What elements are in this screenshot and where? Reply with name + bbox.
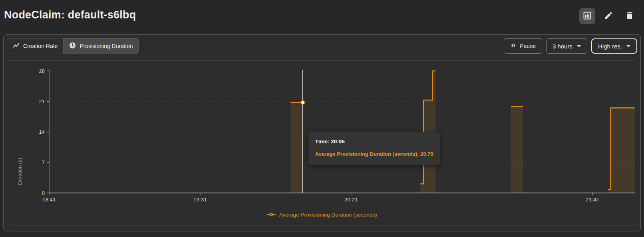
time-range-dropdown[interactable]: 3 hours xyxy=(546,38,587,54)
nodeclaim-metrics-screen: NodeClaim: default-s6lbq xyxy=(0,0,644,237)
duration-chart-container: 0714212818:4119:3120:2121:41 Duration (s… xyxy=(7,60,637,225)
series-area xyxy=(291,102,303,193)
resolution-value: High res. xyxy=(598,43,622,50)
y-tick-label: 21 xyxy=(39,98,45,104)
page-title: NodeClaim: default-s6lbq xyxy=(4,9,136,21)
tab-label: Provisioning Duration xyxy=(80,43,133,49)
series-area xyxy=(608,108,635,193)
series-area xyxy=(511,106,523,193)
bar-chart-icon xyxy=(582,11,592,22)
x-tick-label: 20:21 xyxy=(344,197,358,203)
trend-line-icon xyxy=(13,42,20,50)
chevron-down-icon xyxy=(577,45,581,47)
chevron-down-icon xyxy=(626,45,630,47)
x-tick-label: 21:41 xyxy=(586,197,599,203)
clock-icon xyxy=(69,42,76,50)
metrics-chart-button[interactable] xyxy=(579,8,595,24)
legend-marker-icon xyxy=(267,212,276,218)
resolution-dropdown[interactable]: High res. xyxy=(591,38,637,54)
edit-button[interactable] xyxy=(600,8,616,24)
pause-button[interactable]: Pause xyxy=(504,38,542,54)
tab-creation-rate[interactable]: Creation Rate xyxy=(7,38,63,54)
y-tick-label: 7 xyxy=(42,159,45,165)
chart-toolbar: Creation Rate Provisioning Duration xyxy=(7,38,637,54)
chart-tooltip: Time: 20:05 Average Provisioning Duratio… xyxy=(308,132,440,165)
metrics-card: Creation Rate Provisioning Duration xyxy=(3,34,641,231)
pencil-icon xyxy=(604,11,613,22)
time-range-value: 3 hours xyxy=(553,43,572,50)
y-axis-label: Duration (s) xyxy=(17,117,23,185)
header-actions xyxy=(579,8,638,24)
tab-label: Creation Rate xyxy=(23,43,58,49)
tooltip-time: Time: 20:05 xyxy=(315,139,433,145)
chart-controls: Pause 3 hours High res. xyxy=(504,38,637,54)
pause-label: Pause xyxy=(520,43,536,49)
y-tick-label: 14 xyxy=(39,129,45,135)
y-tick-label: 28 xyxy=(39,68,45,74)
legend-label: Average Provisioning Duration (seconds) xyxy=(279,212,377,218)
y-tick-label: 0 xyxy=(42,190,45,196)
pause-icon xyxy=(510,42,516,50)
x-tick-label: 18:41 xyxy=(42,197,56,203)
hover-marker xyxy=(301,100,304,104)
trash-icon xyxy=(625,11,634,22)
delete-button[interactable] xyxy=(622,8,638,24)
tooltip-series-value: Average Provisioning Duration (seconds):… xyxy=(315,151,433,157)
x-tick-label: 19:31 xyxy=(193,197,207,203)
metric-tab-group: Creation Rate Provisioning Duration xyxy=(7,38,139,54)
chart-legend[interactable]: Average Provisioning Duration (seconds) xyxy=(7,212,637,218)
tab-provisioning-duration[interactable]: Provisioning Duration xyxy=(63,38,138,54)
